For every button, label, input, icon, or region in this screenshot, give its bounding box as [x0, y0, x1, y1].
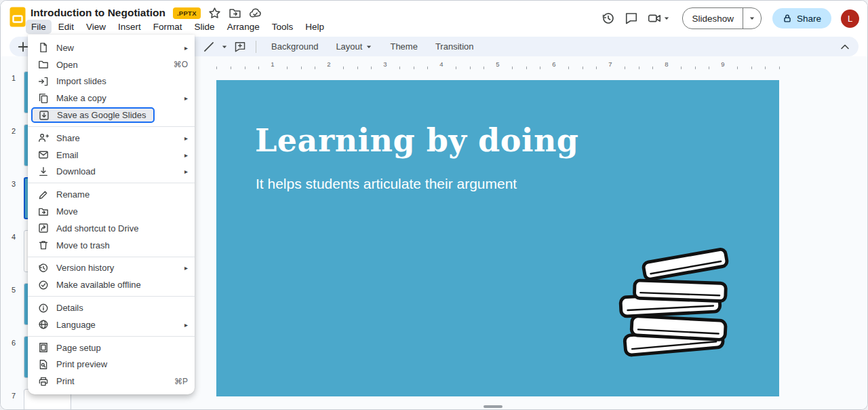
title-row: Introduction to Negotiation .PPTX — [31, 6, 262, 20]
menubar-item-file[interactable]: File — [26, 20, 52, 34]
file-menu-item-import-slides[interactable]: Import slides — [28, 73, 195, 90]
drive-shortcut-icon — [38, 223, 49, 234]
cloud-status-icon[interactable] — [249, 7, 262, 20]
star-icon[interactable] — [208, 7, 221, 20]
file-menu-item-details[interactable]: Details — [28, 299, 195, 316]
ruler-number: 2 — [326, 60, 332, 68]
slide-canvas[interactable]: Learning by doing It helps students arti… — [216, 80, 779, 396]
file-menu-item-move[interactable]: Move — [28, 203, 195, 220]
ruler-tick — [258, 67, 259, 69]
file-menu-item-print-preview[interactable]: Print preview — [28, 356, 195, 373]
toolbar-button-layout[interactable]: Layout — [329, 39, 379, 54]
ruler-tick — [568, 67, 569, 69]
file-menu-item-rename[interactable]: Rename — [28, 186, 195, 203]
file-menu-item-label: Move — [56, 206, 78, 217]
pptx-badge: .PPTX — [173, 7, 201, 19]
submenu-arrow-icon: ▸ — [184, 168, 188, 175]
file-menu-item-save-as-google-slides[interactable]: Save as Google Slides — [28, 107, 195, 124]
file-menu-item-print[interactable]: Print⌘P — [28, 373, 195, 390]
file-menu-item-page-setup[interactable]: Page setup — [28, 339, 195, 356]
videocam-icon — [648, 12, 661, 25]
slideshow-button[interactable]: Slideshow — [683, 8, 743, 29]
line-tool-caret-icon[interactable] — [221, 43, 228, 50]
file-menu-item-label: Details — [56, 303, 83, 313]
slide-subtitle-textbox[interactable]: It helps students articulate their argum… — [256, 176, 517, 192]
file-menu-item-label: Import slides — [56, 76, 106, 86]
copy-icon — [38, 93, 49, 104]
file-menu-item-open[interactable]: Open⌘O — [28, 56, 195, 73]
file-menu-item-download[interactable]: Download▸ — [28, 164, 195, 181]
share-button[interactable]: Share — [772, 8, 831, 29]
toolbar-visible-tools: BackgroundLayoutThemeTransition — [201, 37, 481, 56]
submenu-arrow-icon: ▸ — [184, 151, 188, 159]
comments-button[interactable] — [622, 9, 641, 28]
ruler-tick — [399, 67, 400, 69]
menu-divider — [28, 296, 195, 297]
slide-number: 5 — [6, 286, 16, 294]
file-menu-item-make-a-copy[interactable]: Make a copy▸ — [28, 90, 195, 107]
ruler-tick — [414, 67, 414, 69]
insert-comment-button[interactable] — [233, 39, 248, 54]
file-menu-item-label: Rename — [56, 189, 90, 200]
file-menu-item-language[interactable]: Language▸ — [28, 316, 195, 333]
toolbar-button-label: Layout — [336, 41, 362, 52]
caret-down-icon — [366, 43, 372, 50]
menubar-item-format[interactable]: Format — [148, 20, 188, 34]
menubar-item-view[interactable]: View — [81, 20, 111, 34]
menubar-item-help[interactable]: Help — [300, 20, 330, 34]
history-icon — [38, 263, 49, 274]
join-call-button[interactable] — [645, 12, 673, 25]
line-tool-button[interactable] — [201, 39, 216, 54]
move-folder-icon[interactable] — [229, 7, 241, 20]
menubar-item-insert[interactable]: Insert — [113, 20, 146, 34]
horizontal-scrollbar[interactable] — [484, 405, 502, 408]
slide-number: 7 — [6, 392, 16, 400]
books-clipart-image[interactable] — [615, 240, 741, 361]
offline-icon — [38, 280, 49, 291]
ruler: 123456789 — [216, 60, 779, 71]
document-title[interactable]: Introduction to Negotiation — [31, 7, 165, 19]
share-button-label: Share — [797, 14, 821, 24]
submenu-arrow-icon: ▸ — [184, 44, 188, 52]
menubar-item-tools[interactable]: Tools — [267, 20, 299, 34]
slideshow-options-caret[interactable] — [743, 8, 761, 29]
toolbar-button-background[interactable]: Background — [264, 39, 325, 54]
print-icon — [38, 376, 49, 387]
file-menu-item-label: Language — [56, 320, 96, 330]
version-history-button[interactable] — [599, 9, 618, 28]
menubar-item-arrange[interactable]: Arrange — [222, 20, 265, 34]
slide-number: 6 — [6, 339, 16, 347]
file-menu-item-label: Print — [56, 376, 75, 386]
file-menu-item-new[interactable]: New▸ — [28, 39, 195, 56]
ruler-number: 8 — [663, 60, 670, 68]
toolbar-button-transition[interactable]: Transition — [429, 39, 481, 54]
ruler-tick — [779, 67, 780, 69]
print-preview-icon — [38, 359, 49, 370]
ruler-tick — [484, 67, 484, 69]
menubar: FileEditViewInsertFormatSlideArrangeTool… — [26, 20, 330, 34]
account-avatar[interactable]: L — [841, 10, 859, 28]
file-menu-item-version-history[interactable]: Version history▸ — [28, 260, 195, 277]
file-menu-item-email[interactable]: Email▸ — [28, 147, 195, 164]
menu-divider — [28, 183, 195, 183]
file-menu: New▸Open⌘OImport slidesMake a copy▸Save … — [28, 35, 195, 394]
file-menu-item-move-to-trash[interactable]: Move to trash — [28, 237, 195, 254]
slides-logo-icon[interactable] — [9, 7, 26, 27]
import-icon — [38, 76, 49, 87]
menubar-item-slide[interactable]: Slide — [189, 20, 220, 34]
menubar-item-edit[interactable]: Edit — [53, 20, 79, 34]
submenu-arrow-icon: ▸ — [184, 264, 188, 272]
toolbar-button-theme[interactable]: Theme — [383, 39, 424, 54]
slide-title-textbox[interactable]: Learning by doing — [255, 122, 579, 159]
file-menu-item-make-available-offline[interactable]: Make available offline — [28, 276, 195, 293]
file-menu-item-share[interactable]: Share▸ — [28, 130, 195, 147]
ruler-number: 6 — [551, 60, 557, 68]
collapse-toolbar-button[interactable] — [838, 40, 852, 54]
ruler-tick — [751, 67, 752, 69]
ruler-number: 1 — [269, 60, 276, 68]
file-menu-item-label: Make available offline — [56, 280, 141, 290]
ruler-tick — [540, 67, 540, 69]
ruler-tick — [301, 67, 302, 69]
file-menu-item-add-shortcut-to-drive[interactable]: Add shortcut to Drive — [28, 220, 195, 237]
person-add-icon — [38, 132, 49, 143]
